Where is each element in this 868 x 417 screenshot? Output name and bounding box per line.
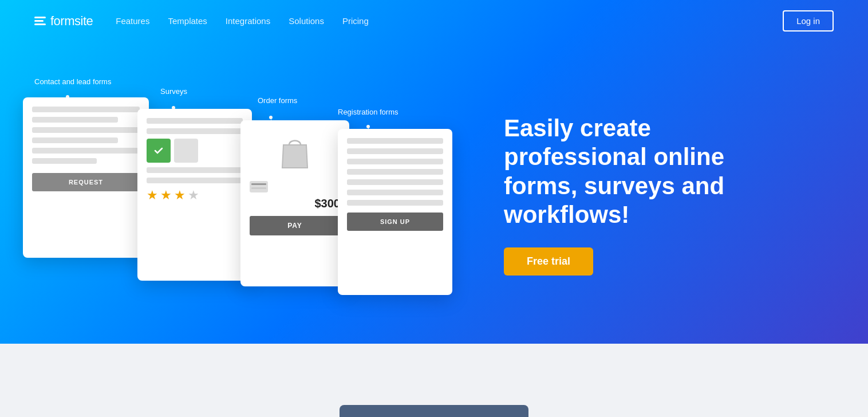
virtual-conference-card: Virtual Conference xyxy=(340,405,528,417)
nav-solutions[interactable]: Solutions xyxy=(289,16,324,26)
nav-links: Features Templates Integrations Solution… xyxy=(116,16,783,26)
star-rating: ★ ★ ★ ★ xyxy=(147,188,243,203)
survey-label: Surveys xyxy=(160,87,187,96)
star-1: ★ xyxy=(147,188,158,203)
order-form-card: $300 PAY xyxy=(240,120,349,286)
order-label: Order forms xyxy=(258,96,297,105)
star-3: ★ xyxy=(174,188,186,203)
nav-integrations[interactable]: Integrations xyxy=(226,16,270,26)
contact-label: Contact and lead forms xyxy=(34,77,111,86)
hero-section: Contact and lead forms REQUEST Surveys xyxy=(0,0,868,344)
pay-button[interactable]: PAY xyxy=(250,216,340,235)
registration-form-card: SIGN UP xyxy=(338,129,452,295)
login-button[interactable]: Log in xyxy=(783,10,834,32)
star-2: ★ xyxy=(160,188,172,203)
checkbox-empty xyxy=(174,139,198,163)
hero-illustrations: Contact and lead forms REQUEST Surveys xyxy=(0,46,492,344)
request-button[interactable]: REQUEST xyxy=(32,173,140,191)
contact-form-card: REQUEST xyxy=(23,97,149,258)
signup-button[interactable]: SIGN UP xyxy=(347,213,443,231)
survey-form-card: ★ ★ ★ ★ xyxy=(137,109,252,281)
order-price: $300 xyxy=(250,197,340,210)
nav-templates[interactable]: Templates xyxy=(168,16,207,26)
star-4: ★ xyxy=(188,188,199,203)
navbar: formsite Features Templates Integrations… xyxy=(0,0,868,42)
registration-label: Registration forms xyxy=(338,108,398,116)
logo-link[interactable]: formsite xyxy=(34,14,93,29)
credit-card-icon xyxy=(250,181,268,192)
hero-content: Easily create professional online forms,… xyxy=(492,114,767,276)
nav-features[interactable]: Features xyxy=(116,16,149,26)
logo-icon xyxy=(34,17,46,25)
nav-pricing[interactable]: Pricing xyxy=(342,16,369,26)
hero-headline: Easily create professional online forms,… xyxy=(504,114,733,230)
shopping-bag-icon xyxy=(272,129,318,175)
free-trial-button[interactable]: Free trial xyxy=(504,247,593,276)
bottom-section: Virtual Conference xyxy=(0,344,868,417)
checkbox-checked xyxy=(147,139,171,163)
logo-text: formsite xyxy=(50,14,93,29)
